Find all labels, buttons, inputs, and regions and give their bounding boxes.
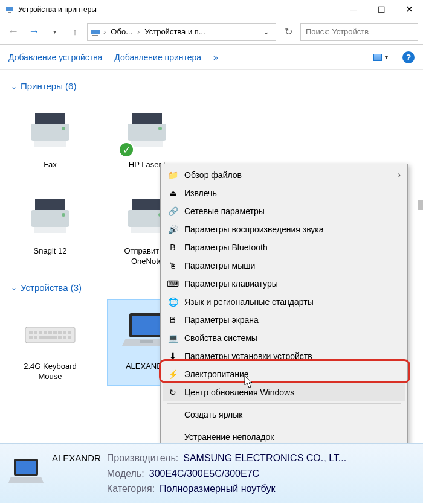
menu-item-label: Параметры экрана [184,315,259,325]
add-printer-button[interactable]: Добавление принтера [114,53,201,62]
menu-item-icon: 🖥 [167,314,178,325]
menu-item-label: Свойства системы [184,333,257,343]
context-menu-item[interactable]: 🔊Параметры воспроизведения звука [163,220,405,238]
window-title: Устройства и принтеры [18,5,340,14]
menu-item-icon [167,409,178,420]
details-pane: ALEXANDR Производитель:SAMSUNG ELECTRONI… [0,443,423,503]
context-menu-item[interactable]: 🔗Сетевые параметры [163,202,405,220]
menu-item-icon: ⚡ [167,369,178,380]
scrollbar-part[interactable] [418,200,423,210]
svg-rect-26 [53,331,57,334]
svg-rect-12 [35,199,65,210]
svg-rect-30 [29,336,33,339]
item-label: Fax [11,159,89,174]
search-input[interactable] [300,23,418,41]
close-button[interactable]: ✕ [395,0,423,19]
context-menu-item[interactable]: ⌨Параметры клавиатуры [163,275,405,293]
svg-rect-37 [132,316,162,335]
menu-item-label: Центр обновления Windows [184,388,294,397]
menu-item-icon: ⬇ [167,351,178,362]
more-commands-button[interactable]: » [213,53,218,62]
svg-rect-16 [132,199,162,210]
context-menu-item[interactable]: 📁Обзор файлов› [163,166,405,184]
menu-item-label: Сетевые параметры [184,206,265,216]
printer-item[interactable]: ✓ HP LaserJ [108,98,186,174]
svg-rect-24 [44,331,47,334]
svg-rect-25 [48,331,52,334]
svg-rect-9 [128,124,166,141]
breadcrumb[interactable]: › Обо... › Устройства и п... ⌄ [87,23,276,41]
details-label: Производитель: [107,450,178,466]
menu-item-icon: ⏏ [167,188,178,199]
context-menu-item[interactable]: ⚡Электропитание [163,365,405,383]
svg-rect-8 [132,113,162,124]
svg-rect-44 [16,461,36,474]
minimize-button[interactable]: ─ [340,0,367,19]
details-label: Категория: [107,481,155,497]
group-header-printers[interactable]: ⌄ Принтеры (6) [11,81,412,91]
item-label: 2.4G Keyboard Mouse [11,360,89,386]
group-title: Устройства (3) [21,282,82,293]
breadcrumb-part[interactable]: Обо... [108,26,135,37]
svg-point-11 [158,127,162,130]
details-value: 300E4C/300E5C/300E7C [149,466,259,482]
context-menu-item[interactable]: ⏏Извлечь [163,184,405,202]
printer-item[interactable]: Fax [11,98,89,174]
menu-item-icon: 💻 [167,333,178,343]
breadcrumb-part[interactable]: Устройства и п... [142,26,207,37]
device-item[interactable]: 2.4G Keyboard Mouse [11,300,89,386]
context-menu-item[interactable]: Устранение неполадок [163,428,405,443]
up-button[interactable]: ↑ [66,24,83,40]
menu-item-label: Устранение неполадок [184,432,274,442]
menu-item-label: Параметры Bluetooth [184,243,268,252]
maximize-button[interactable]: ☐ [367,0,395,19]
breadcrumb-dropdown[interactable]: ⌄ [259,27,273,36]
menu-item-icon: 📁 [167,170,178,180]
details-label: Модель: [107,466,144,482]
back-button[interactable]: ← [5,24,22,40]
navigation-bar: ← → ▾ ↑ › Обо... › Устройства и п... ⌄ ↻ [0,19,423,45]
context-menu-item[interactable]: 🖥Параметры экрана [163,311,405,329]
svg-rect-0 [6,7,13,11]
add-device-button[interactable]: Добавление устройства [8,53,102,62]
forward-button[interactable]: → [25,24,42,40]
context-menu-item[interactable]: BПараметры Bluetooth [163,238,405,257]
menu-item-label: Язык и региональные стандарты [184,297,314,307]
view-button[interactable]: ▼ [373,51,390,63]
svg-rect-28 [63,331,66,334]
svg-rect-5 [31,124,69,141]
context-menu-item[interactable]: Создать ярлык [163,406,405,424]
menu-item-icon: ↻ [167,387,178,398]
item-label: Snagit 12 [11,245,89,260]
chevron-down-icon: ⌄ [11,283,17,292]
context-menu-item[interactable]: ↻Центр обновления Windows [163,383,405,401]
laptop-icon [8,456,44,491]
svg-rect-38 [140,340,153,343]
printer-item[interactable]: Snagit 12 [11,185,89,270]
toolbar: Добавление устройства Добавление принтер… [0,45,423,70]
svg-rect-32 [39,336,57,339]
context-menu-item[interactable]: 💻Свойства системы [163,329,405,347]
context-menu-item[interactable]: ⬇Параметры установки устройств [163,347,405,365]
group-title: Принтеры (6) [21,81,76,91]
svg-rect-4 [35,113,65,124]
svg-rect-21 [29,331,33,334]
help-button[interactable]: ? [402,51,415,63]
menu-item-label: Извлечь [184,188,217,198]
context-menu: 📁Обзор файлов›⏏Извлечь🔗Сетевые параметры… [160,164,408,443]
printer-icon [23,188,77,243]
menu-separator [167,403,401,404]
app-icon [5,5,15,14]
menu-item-label: Параметры мыши [184,261,255,270]
content-area: ⌄ Принтеры (6) Fax ✓ HP LaserJ Snagit 12 [0,70,423,443]
svg-point-15 [62,213,65,217]
refresh-button[interactable]: ↻ [280,24,297,40]
details-value: SAMSUNG ELECTRONICS CO., LT... [183,450,346,466]
details-device-name: ALEXANDR [52,453,101,463]
context-menu-item[interactable]: 🖱Параметры мыши [163,257,405,275]
menu-item-icon [167,432,178,442]
svg-point-7 [62,127,65,130]
menu-item-label: Параметры установки устройств [184,351,312,361]
history-dropdown[interactable]: ▾ [46,24,63,40]
context-menu-item[interactable]: 🌐Язык и региональные стандарты [163,293,405,311]
